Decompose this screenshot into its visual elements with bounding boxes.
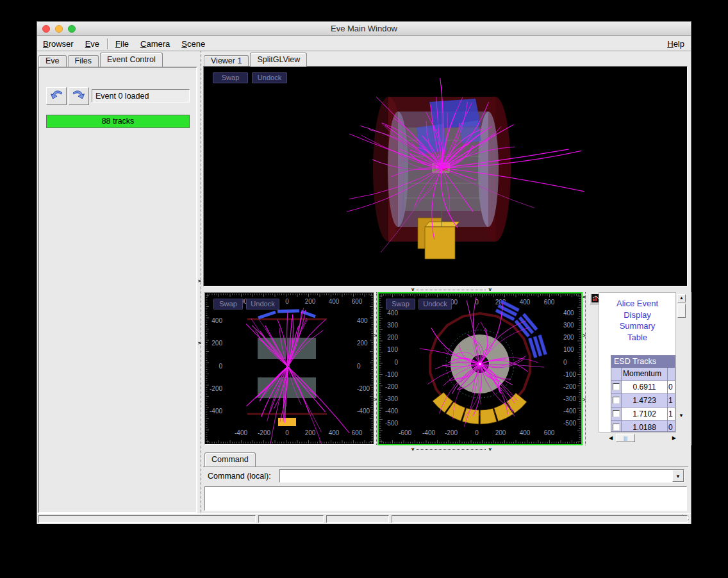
summary-hscrollbar[interactable]: ◀ ||| ▶ <box>609 434 676 443</box>
esd-momentum-header: Momentum <box>622 368 668 380</box>
splitter-arrow-icon[interactable]: v <box>411 447 414 452</box>
esd-table-title: ESD Tracks <box>611 356 675 368</box>
axis-tick-label: 100 <box>387 346 398 353</box>
momentum-value: 1.4723 <box>622 394 668 407</box>
rhoz-scene: -400-400-200-200002002004004006006004004… <box>205 293 374 444</box>
axis-tick-label: -400 <box>235 429 247 436</box>
axis-tick-label: 200 <box>305 298 316 305</box>
scroll-left-icon[interactable]: ◀ <box>609 435 613 441</box>
gl-viewer-3d[interactable]: Swap Undock <box>203 66 688 286</box>
menu-file[interactable]: File <box>110 38 135 50</box>
splitter-arrow-icon[interactable]: > <box>374 333 377 338</box>
track-checkbox[interactable] <box>613 383 620 390</box>
axis-tick-label: -200 <box>385 383 398 390</box>
axis-tick-label: 100 <box>563 346 574 353</box>
bottom-viewers-row: -400-400-200-200002002004004006006004004… <box>203 292 691 445</box>
track-checkbox[interactable] <box>613 410 620 417</box>
horizontal-splitter-bottom[interactable]: v v <box>203 445 688 452</box>
esd-track-row: 1.47231 <box>611 394 675 408</box>
track-checkbox[interactable] <box>613 397 620 404</box>
splitter-arrow-icon[interactable]: v <box>411 287 414 292</box>
axis-tick-label: -100 <box>385 371 398 378</box>
axis-tick-label: 300 <box>563 322 574 329</box>
splitter-arrow-icon[interactable]: v <box>488 287 491 292</box>
scroll-up-icon[interactable]: ▲ <box>677 294 686 302</box>
summary-title-line: Alice Event <box>599 298 675 310</box>
esd-track-row: 0.69110 <box>611 381 675 394</box>
tab-command[interactable]: Command <box>204 452 256 467</box>
axis-tick-label: 600 <box>352 429 363 436</box>
splitter-arrow-icon[interactable]: > <box>198 279 201 284</box>
menu-browser[interactable]: Browser <box>37 38 79 50</box>
menu-eve[interactable]: Eve <box>79 38 105 50</box>
menu-bar: BrowserEveFileCameraSceneHelp <box>37 37 691 51</box>
undo-arrow-icon <box>49 88 64 102</box>
summary-vscrollbar[interactable]: ▲ ▼ <box>677 294 686 422</box>
axis-tick-label: -500 <box>385 420 398 427</box>
axis-tick-label: -200 <box>445 429 458 436</box>
vscroll-thumb[interactable] <box>677 304 686 318</box>
gl-viewer-rphi-active[interactable]: -600-600-400-400-200-2000020020040040060… <box>377 292 583 445</box>
axis-tick-label: -200 <box>357 385 370 392</box>
axis-tick-label: -200 <box>210 385 222 392</box>
chevron-down-icon[interactable]: ▼ <box>672 470 684 482</box>
eve-main-window: Eve Main Window BrowserEveFileCameraScen… <box>37 21 691 524</box>
momentum-value: 1.7102 <box>622 408 668 420</box>
command-input[interactable] <box>279 469 684 483</box>
status-segment <box>38 515 256 523</box>
axis-tick-label: 400 <box>520 429 531 436</box>
swap-button[interactable]: Swap <box>386 299 415 310</box>
menu-help[interactable]: Help <box>661 38 691 50</box>
tab-viewer-1[interactable]: Viewer 1 <box>204 55 249 67</box>
axis-tick-label: -200 <box>258 429 270 436</box>
axis-tick-label: 0 <box>285 298 289 305</box>
splitter-arrow-icon[interactable]: v <box>488 447 491 452</box>
axis-tick-label: -400 <box>357 408 370 415</box>
event-status-field[interactable] <box>92 89 190 103</box>
partial-column-value: 0 <box>668 381 675 393</box>
scroll-right-icon[interactable]: ▶ <box>672 435 676 441</box>
axis-tick-label: 400 <box>387 310 398 317</box>
splitter-arrow-icon[interactable]: > <box>198 341 201 346</box>
hscroll-thumb[interactable]: ||| <box>616 434 635 442</box>
gl-viewer-rhoz[interactable]: -400-400-200-200002002004004006006004004… <box>204 292 374 445</box>
3d-detector-scene <box>204 67 687 286</box>
axis-tick-label: 400 <box>329 298 340 305</box>
next-event-button[interactable] <box>69 87 89 105</box>
command-combobox: ▼ <box>279 469 684 483</box>
menu-scene[interactable]: Scene <box>176 38 211 50</box>
axis-tick-label: 200 <box>211 340 222 347</box>
splitter-arrow-icon[interactable]: > <box>374 397 377 402</box>
track-checkbox[interactable] <box>613 424 620 431</box>
axis-tick-label: -200 <box>563 383 576 390</box>
axis-tick-label: 0 <box>563 359 567 366</box>
axis-tick-label: -400 <box>210 408 222 415</box>
previous-event-button[interactable] <box>46 87 67 105</box>
esd-track-row: 1.71021 <box>611 408 675 421</box>
main-vertical-splitter[interactable]: > > <box>198 51 203 513</box>
axis-tick-label: -300 <box>563 395 576 402</box>
splitter-arrow-icon[interactable]: > <box>583 397 586 402</box>
horizontal-splitter-top[interactable]: v v <box>203 286 688 292</box>
menu-camera[interactable]: Camera <box>135 38 176 50</box>
scroll-down-icon[interactable]: ▼ <box>679 413 684 418</box>
window-title: Eve Main Window <box>37 24 691 33</box>
axis-tick-label: 200 <box>387 334 398 341</box>
redo-arrow-icon <box>71 88 87 102</box>
undock-button[interactable]: Undock <box>246 299 279 310</box>
swap-button[interactable]: Swap <box>213 299 243 310</box>
splitter-arrow-icon[interactable]: > <box>583 333 586 338</box>
partial-column-value: 1 <box>668 408 675 420</box>
splitter-arrow-icon[interactable]: < <box>583 295 586 300</box>
tab-eve[interactable]: Eve <box>38 55 67 67</box>
command-output-area[interactable] <box>204 486 687 511</box>
bottom-splitter-right[interactable]: < > > <box>583 292 588 445</box>
tab-splitglview[interactable]: SplitGLView <box>250 53 307 67</box>
event-control-panel: 88 tracks <box>38 67 197 513</box>
tab-files[interactable]: Files <box>68 55 99 67</box>
axis-tick-label: -400 <box>422 429 435 436</box>
tab-event-control[interactable]: Event Control <box>100 53 163 67</box>
title-bar[interactable]: Eve Main Window <box>37 22 691 36</box>
undock-button[interactable]: Undock <box>418 299 452 310</box>
esd-partial-column-header <box>668 368 675 380</box>
